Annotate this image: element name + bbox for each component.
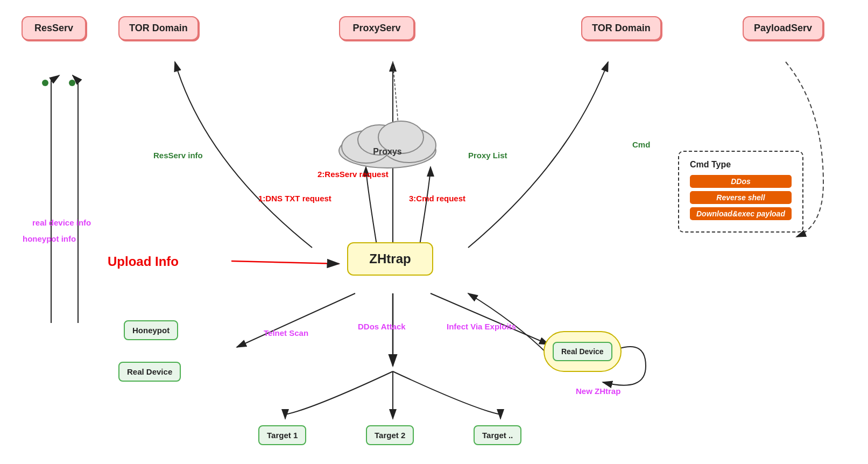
label-resserv-req: 2:ResServ request <box>317 170 389 179</box>
node-target2: Target 2 <box>366 425 414 445</box>
label-cmd: Cmd <box>632 140 650 149</box>
label-ddos-attack: DDos Attack <box>358 322 406 331</box>
label-honeypot-info: honeypot info <box>23 234 76 243</box>
svg-text:Proxys: Proxys <box>373 147 401 156</box>
label-cmd-req: 3:Cmd request <box>409 194 465 203</box>
node-tor-domain-right: TOR Domain <box>581 16 661 40</box>
cmd-download-exec: Download&exec payload <box>690 207 792 220</box>
node-real-device-right: Real Device <box>553 342 612 361</box>
node-zhtrap: ZHtrap <box>347 242 433 276</box>
cmd-reverse-shell: Reverse shell <box>690 191 792 204</box>
label-upload-info: Upload Info <box>108 254 179 269</box>
node-tor-domain-left: TOR Domain <box>118 16 199 40</box>
label-telnet-scan: Telnet Scan <box>264 328 308 338</box>
node-resserv: ResServ <box>22 16 86 40</box>
label-infect-exploits: Infect Via Exploits <box>447 322 516 331</box>
node-proxyserv: ProxyServ <box>339 16 414 40</box>
cmd-type-box: Cmd Type DDos Reverse shell Download&exe… <box>678 151 803 233</box>
cloud-proxys: Proxys <box>328 110 447 172</box>
real-device-right-container: Real Device <box>544 331 622 372</box>
cmd-ddos: DDos <box>690 175 792 188</box>
label-proxy-list: Proxy List <box>468 151 507 160</box>
label-new-zhtrap: New ZHtrap <box>576 386 620 396</box>
dot-green-2 <box>69 80 75 86</box>
diagram-container: ResServ TOR Domain ProxyServ TOR Domain … <box>0 0 868 464</box>
node-payloadserv: PayloadServ <box>743 16 823 40</box>
label-resserv-info: ResServ info <box>153 151 203 160</box>
dot-green-1 <box>42 80 48 86</box>
node-honeypot: Honeypot <box>124 320 178 340</box>
node-target3: Target .. <box>474 425 521 445</box>
node-real-device-left: Real Device <box>118 362 181 382</box>
label-real-device-info: real device info <box>32 218 91 227</box>
node-target1: Target 1 <box>258 425 306 445</box>
cmd-type-title: Cmd Type <box>690 160 792 170</box>
label-dns-txt: 1:DNS TXT request <box>258 194 331 203</box>
